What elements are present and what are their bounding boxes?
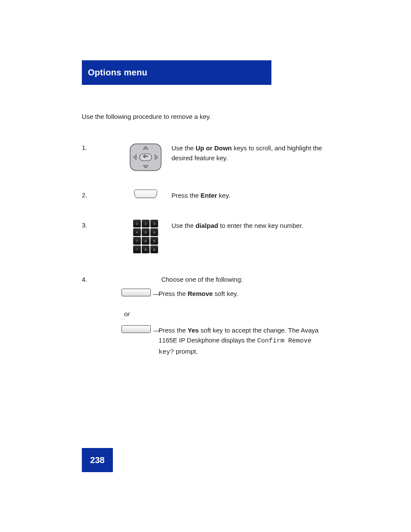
step-4-number: 4. <box>82 276 159 283</box>
dialpad-key: 7 <box>133 237 141 245</box>
step-1-text: Use the Up or Down keys to scroll, and h… <box>171 142 327 163</box>
dialpad-key: 8 <box>142 237 149 245</box>
intro-text: Use the following procedure to remove a … <box>82 112 211 122</box>
dialpad-key: 1 <box>133 220 141 227</box>
step-3: 3. 1 2 3 4 5 6 7 8 9 * 0 # Use the dialp… <box>82 220 327 253</box>
dialpad-key: * <box>133 246 141 253</box>
page-number: 238 <box>82 448 113 472</box>
dialpad-key: 4 <box>133 228 141 236</box>
step-2-text: Press the Enter key. <box>171 190 327 200</box>
step-4a-text: — Press the Remove soft key. <box>159 289 331 299</box>
step-3-number: 3. <box>82 220 120 229</box>
dialpad-key: 6 <box>150 228 158 236</box>
dialpad-key: 3 <box>150 220 158 227</box>
step-1-icon-column <box>120 142 171 172</box>
step-2: 2. Press the Enter key. <box>82 190 327 200</box>
step-1: 1. Use the Up or Down keys to scroll, an… <box>82 142 327 172</box>
page-number-text: 238 <box>90 455 104 465</box>
step-4-text: Choose one of the following: <box>161 276 243 283</box>
svg-rect-1 <box>140 154 152 161</box>
section-title-text: Options menu <box>88 68 147 78</box>
yes-softkey-icon <box>121 325 151 333</box>
dialpad-key: 0 <box>142 246 149 253</box>
dialpad-icon: 1 2 3 4 5 6 7 8 9 * 0 # <box>133 220 158 253</box>
section-title-bar: Options menu <box>82 60 271 85</box>
enter-key-icon <box>134 190 157 198</box>
step-3-icon-column: 1 2 3 4 5 6 7 8 9 * 0 # <box>120 220 171 253</box>
step-2-icon-column <box>120 190 171 198</box>
dialpad-key: 9 <box>150 237 158 245</box>
step-4a-spacer <box>82 289 120 290</box>
step-1-number: 1. <box>82 142 120 151</box>
step-2-number: 2. <box>82 190 120 199</box>
dialpad-key: # <box>150 246 158 253</box>
step-3-text: Use the dialpad to enter the new key num… <box>171 220 327 230</box>
nav-cluster-icon <box>128 142 163 172</box>
dialpad-key: 2 <box>142 220 149 227</box>
or-text: or <box>124 310 130 317</box>
step-4b-spacer <box>82 325 120 327</box>
step-4b-text: — Press the Yes soft key to accept the c… <box>159 325 331 357</box>
dialpad-key: 5 <box>142 228 149 236</box>
step-4-row: 4. Choose one of the following: <box>82 276 243 283</box>
remove-softkey-icon <box>121 289 151 296</box>
